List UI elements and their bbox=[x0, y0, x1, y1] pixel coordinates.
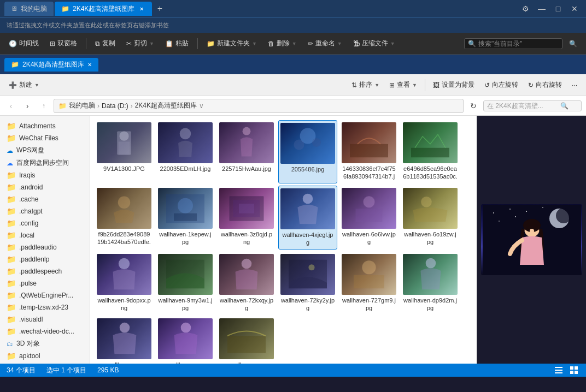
file-item[interactable]: wallhaven-9dopxx.png bbox=[95, 252, 154, 314]
file-item[interactable]: 225715HwAau.jpg bbox=[217, 120, 276, 183]
file-thumbnail bbox=[158, 254, 213, 295]
sidebar-item-chatgpt[interactable]: 📁 .chatgpt bbox=[0, 205, 90, 217]
sidebar-item-label: 3D 对象 bbox=[16, 339, 40, 348]
sidebar-item-android[interactable]: 📁 .android bbox=[0, 181, 90, 193]
file-item[interactable]: wallhaven-... bbox=[95, 316, 154, 364]
file-item[interactable]: wallhaven-72ky2y.jpg bbox=[278, 252, 337, 314]
forward-button[interactable]: › bbox=[21, 99, 34, 112]
file-item[interactable]: wallhaven-3z8qjd.png bbox=[217, 186, 276, 250]
file-item[interactable]: e6496d85ea96e0ea6b1183d51535ac0c.jpg bbox=[401, 120, 460, 183]
file-item[interactable]: wallhaven-... bbox=[217, 316, 276, 364]
file-item[interactable]: wallhaven-6o6lvw.jpg bbox=[339, 186, 399, 250]
fm-tab-wallpaper[interactable]: 📁 2K4K超高清壁纸图库 ✕ bbox=[4, 58, 98, 72]
file-item[interactable]: wallhaven-dp9d2m.jpg bbox=[401, 252, 460, 314]
fm-titlebar: 📁 2K4K超高清壁纸图库 ✕ bbox=[0, 55, 586, 74]
sidebar-item-local[interactable]: 📁 .local bbox=[0, 229, 90, 241]
sidebar-item-wps[interactable]: ☁ WPS网盘 bbox=[0, 144, 90, 157]
fm-search-icon[interactable]: 🔍 bbox=[560, 102, 569, 110]
file-item[interactable]: wallhaven-72kxqy.jpg bbox=[217, 252, 276, 314]
file-item[interactable]: 9V1A1300.JPG bbox=[95, 120, 154, 183]
path-dropdown[interactable]: ∨ bbox=[199, 102, 204, 110]
file-thumbnail bbox=[342, 188, 396, 229]
up-button[interactable]: ↑ bbox=[37, 99, 50, 112]
sidebar-item-temp[interactable]: 📁 .temp-lzsw.xd-23 bbox=[0, 301, 90, 313]
sidebar-item-apktool[interactable]: 📁 apktool bbox=[0, 350, 90, 362]
sidebar-item-config[interactable]: 📁 .config bbox=[0, 217, 90, 229]
file-item[interactable]: 146330836ef7c4f756fa8930947314b7.jpg bbox=[339, 120, 399, 183]
settings-button[interactable]: ⚙ bbox=[518, 3, 532, 14]
refresh-button[interactable]: ↻ bbox=[467, 99, 480, 112]
file-item[interactable]: f9b26dd283e4908919b1424ba570edfe.jpeg bbox=[95, 186, 154, 250]
fm-sort-button[interactable]: ⇅ 排序 ▼ bbox=[347, 78, 384, 92]
minimize-button[interactable]: — bbox=[535, 3, 549, 14]
sidebar-item-wechatvideo[interactable]: 📁 .wechat-video-dc... bbox=[0, 325, 90, 337]
sidebar-item-wechat[interactable]: 📁 WeChat Files bbox=[0, 132, 90, 144]
file-thumbnail bbox=[158, 188, 213, 229]
file-item-selected[interactable]: wallhaven-4xjegl.jpg bbox=[278, 186, 337, 250]
sidebar-item-iraqis[interactable]: 📁 Iraqis bbox=[0, 169, 90, 181]
file-item[interactable]: wallhaven-727gm9.jpg bbox=[339, 252, 399, 314]
close-button[interactable]: ✕ bbox=[567, 3, 582, 14]
compress-button[interactable]: 🗜 压缩文件 ▼ bbox=[349, 37, 400, 50]
sidebar-item-paddlespeech[interactable]: 📁 .paddlespeech bbox=[0, 265, 90, 277]
address-path[interactable]: 📁 我的电脑 › Data (D:) › 2K4K超高清壁纸图库 ∨ bbox=[54, 99, 464, 113]
sidebar-item-paddleaudio[interactable]: 📁 .paddleaudio bbox=[0, 241, 90, 253]
fm-view-button[interactable]: ⊞ 查看 ▼ bbox=[385, 78, 421, 92]
add-tab-button[interactable]: + bbox=[153, 2, 166, 15]
new-folder-button[interactable]: 📁 新建文件夹 ▼ bbox=[202, 37, 261, 50]
back-button[interactable]: ‹ bbox=[4, 99, 17, 112]
file-item[interactable]: wallhaven-6o19zw.jpg bbox=[401, 186, 460, 250]
main-content: 9V1A1300.JPG 220035EDmLH.jpg 225715HwAau… bbox=[90, 116, 586, 364]
file-item[interactable]: wallhaven-1kepew.jpg bbox=[156, 186, 215, 250]
svg-rect-8 bbox=[350, 144, 388, 157]
fm-search-box: 🔍 bbox=[483, 100, 582, 111]
fm-rotate-right-button[interactable]: ↻ 向右旋转 bbox=[524, 78, 566, 92]
sidebar-item-qtwebengine[interactable]: 📁 .QtWebEnginePr... bbox=[0, 289, 90, 301]
cut-button[interactable]: ✂ 剪切 ▼ bbox=[122, 37, 159, 50]
svg-point-40 bbox=[515, 216, 516, 217]
sidebar-item-pulse[interactable]: 📁 .pulse bbox=[0, 277, 90, 289]
setbg-icon: 🖼 bbox=[433, 81, 440, 89]
paste-button[interactable]: 📋 粘贴 bbox=[161, 37, 193, 50]
fm-setbg-button[interactable]: 🖼 设置为背景 bbox=[429, 78, 479, 92]
fm-view-arrow: ▼ bbox=[412, 82, 417, 88]
rename-button[interactable]: ✏ 重命名 ▼ bbox=[303, 37, 347, 50]
file-name: wallhaven-727gm9.jpg bbox=[342, 296, 396, 312]
file-item[interactable]: 220035EDmLH.jpg bbox=[156, 120, 215, 183]
view-grid-button[interactable] bbox=[569, 365, 579, 376]
tab-mypc[interactable]: 🖥 我的电脑 bbox=[4, 2, 54, 16]
copy-button[interactable]: ⧉ 复制 bbox=[91, 37, 120, 50]
tab-close-button[interactable]: ✕ bbox=[138, 5, 145, 13]
delete-icon: 🗑 bbox=[268, 40, 274, 47]
tab-wallpaper[interactable]: 📁 2K4K超高清壁纸图库 ✕ bbox=[55, 2, 152, 16]
svg-point-34 bbox=[556, 208, 571, 223]
svg-point-12 bbox=[178, 198, 193, 213]
path-sep-1: › bbox=[97, 102, 99, 110]
folder-icon: 📁 bbox=[7, 279, 16, 288]
sidebar-item-attachments[interactable]: 📁 Attachments bbox=[0, 120, 90, 132]
timeline-button[interactable]: 🕐 时间线 bbox=[4, 37, 43, 50]
search-icon: 🔍 bbox=[468, 40, 476, 47]
delete-button[interactable]: 🗑 删除 ▼ bbox=[263, 37, 301, 50]
maximize-button[interactable]: □ bbox=[551, 3, 565, 14]
search-submit-button[interactable]: 🔍 bbox=[565, 38, 582, 49]
fm-search-input[interactable] bbox=[487, 102, 558, 110]
sidebar-item-visualdl[interactable]: 📁 .visualdl bbox=[0, 313, 90, 325]
file-item[interactable]: wallhaven-... bbox=[156, 316, 215, 364]
file-item[interactable]: wallhaven-9my3w1.jpg bbox=[156, 252, 215, 314]
fm-rotate-left-button[interactable]: ↺ 向左旋转 bbox=[480, 78, 523, 92]
fm-more-button[interactable]: ··· bbox=[567, 79, 582, 91]
fm-new-button[interactable]: ➕ 新建 ▼ bbox=[4, 78, 44, 92]
svg-rect-13 bbox=[174, 213, 197, 221]
file-item-selected[interactable]: 2055486.jpg bbox=[278, 120, 337, 183]
baidu-cloud-icon: ☁ bbox=[7, 159, 13, 167]
view-details-button[interactable] bbox=[553, 365, 564, 376]
sidebar-item-cache[interactable]: 📁 .cache bbox=[0, 193, 90, 205]
fm-tab-icon: 📁 bbox=[11, 61, 19, 68]
sidebar-item-baidu[interactable]: ☁ 百度网盘同步空间 bbox=[0, 157, 90, 169]
fm-tab-close-button[interactable]: ✕ bbox=[87, 62, 92, 68]
sidebar-item-paddlenlp[interactable]: 📁 .paddlenlp bbox=[0, 253, 90, 265]
sidebar-item-3dobjects[interactable]: 🗂 3D 对象 bbox=[0, 337, 90, 350]
search-input[interactable] bbox=[478, 40, 555, 47]
dual-pane-button[interactable]: ⊞ 双窗格 bbox=[45, 37, 81, 50]
